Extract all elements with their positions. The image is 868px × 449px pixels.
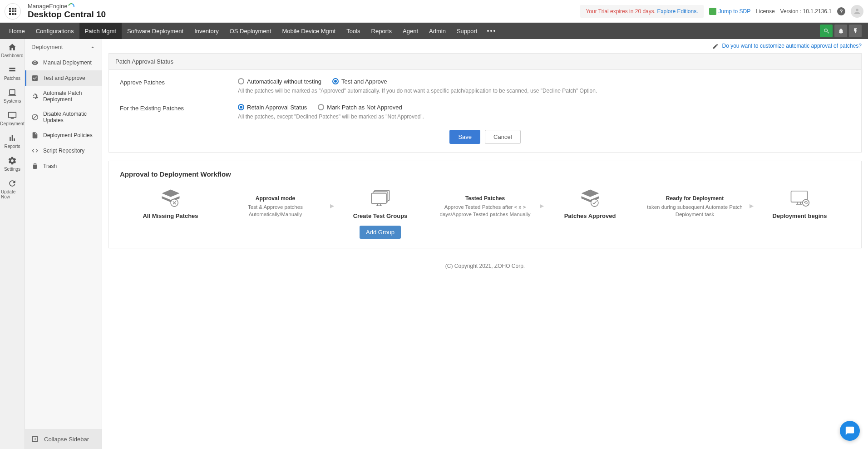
chat-icon [845, 426, 855, 436]
rail-dashboard[interactable]: Dashboard [0, 39, 25, 62]
radio-icon [318, 104, 324, 110]
rail-settings[interactable]: Settings [0, 153, 25, 175]
apps-launcher-icon[interactable] [5, 3, 21, 20]
chat-bubble-button[interactable] [840, 421, 860, 441]
rail-patches[interactable]: Patches [0, 62, 25, 84]
workflow-panel: Approval to Deployment Workflow All Miss… [108, 161, 862, 248]
sidebar-item-label: Trash [43, 163, 57, 169]
left-rail: Dashboard Patches Systems Deployment Rep… [0, 39, 25, 449]
workflow-between-text: Approve Tested Patches after < x > days/… [434, 203, 536, 218]
more-menu-icon[interactable] [483, 30, 500, 32]
sidebar-section-label: Deployment [31, 44, 63, 50]
topnav-item-support[interactable]: Support [451, 23, 483, 39]
app-header: ManageEngine Desktop Central 10 Your Tri… [0, 0, 868, 23]
customize-approval-link[interactable]: Do you want to customize automatic appro… [722, 43, 862, 49]
check-square-icon [31, 74, 39, 82]
radio-auto-without-testing[interactable]: Automatically without testing [238, 78, 321, 85]
search-button[interactable] [820, 25, 833, 37]
rail-update-now[interactable]: Update Now [0, 175, 25, 203]
collapse-sidebar-button[interactable]: Collapse Sidebar [25, 429, 102, 449]
topnav-item-home[interactable]: Home [4, 23, 30, 39]
brand-top: ManageEngine [28, 3, 67, 10]
workflow-between-text: taken during subsequent Automate Patch D… [644, 203, 745, 218]
sidebar-item-label: Script Repository [43, 148, 84, 154]
topnav-item-tools[interactable]: Tools [341, 23, 365, 39]
collapse-sidebar-label: Collapse Sidebar [44, 436, 89, 443]
sidebar-item-deployment-policies[interactable]: Deployment Policies [25, 128, 102, 143]
topnav-item-os-deployment[interactable]: OS Deployment [224, 23, 277, 39]
radio-icon [238, 104, 244, 110]
sidebar-item-manual-deployment[interactable]: Manual Deployment [25, 55, 102, 70]
chevron-up-icon [90, 44, 95, 50]
gear-icon [31, 93, 39, 100]
jump-to-sdp-link[interactable]: Jump to SDP [709, 8, 751, 15]
workflow-step-approved: Patches Approved [539, 187, 641, 219]
disable-icon [31, 113, 39, 121]
radio-mark-not-approved[interactable]: Mark Patch as Not Approved [318, 104, 402, 111]
sidebar-item-trash[interactable]: Trash [25, 158, 102, 174]
add-group-button[interactable]: Add Group [360, 226, 401, 239]
rail-deployment[interactable]: Deployment [0, 107, 25, 130]
radio-retain-status[interactable]: Retain Approval Status [238, 104, 307, 111]
existing-help-text: All the patches, except "Declined Patche… [238, 113, 850, 120]
approve-patches-label: Approve Patches [120, 78, 238, 94]
user-avatar[interactable] [851, 5, 863, 18]
radio-icon [332, 78, 339, 84]
arrow-right-icon: ▸ [540, 201, 544, 211]
monitors-icon [367, 187, 394, 210]
quick-action-button[interactable] [849, 25, 862, 37]
topnav-item-software-deployment[interactable]: Software Deployment [122, 23, 189, 39]
sidebar-item-disable-updates[interactable]: Disable Automatic Updates [25, 107, 102, 128]
sdp-icon [709, 8, 716, 15]
workflow-step-label: Create Test Groups [353, 212, 408, 219]
radio-test-and-approve[interactable]: Test and Approve [332, 78, 387, 85]
workflow-arrow-3: Ready for Deployment taken during subseq… [641, 187, 749, 218]
trial-text: Your Trial expires in 20 days. [586, 8, 656, 15]
sidebar-item-label: Automate Patch Deployment [43, 90, 95, 103]
sidebar-item-label: Disable Automatic Updates [43, 111, 95, 123]
workflow-between-title: Ready for Deployment [666, 195, 724, 202]
sidebar-item-label: Manual Deployment [43, 59, 92, 66]
jump-sdp-label: Jump to SDP [719, 8, 751, 15]
topnav-item-patch-mgmt[interactable]: Patch Mgmt [79, 23, 122, 39]
radio-icon [238, 78, 244, 84]
workflow-step-test-groups: Create Test Groups Add Group [330, 187, 431, 239]
sidebar-item-automate-patch[interactable]: Automate Patch Deployment [25, 86, 102, 107]
workflow-arrow-2: Tested Patches Approve Tested Patches af… [431, 187, 539, 218]
stack-check-icon [577, 187, 604, 210]
sidebar-item-test-approve[interactable]: Test and Approve [25, 70, 102, 86]
save-button[interactable]: Save [449, 130, 480, 144]
sidebar-item-script-repository[interactable]: Script Repository [25, 143, 102, 158]
topnav-item-configurations[interactable]: Configurations [30, 23, 79, 39]
sidebar-section-header[interactable]: Deployment [25, 39, 102, 55]
main-content: Do you want to customize automatic appro… [102, 39, 868, 449]
topnav-item-reports[interactable]: Reports [366, 23, 398, 39]
trash-icon [31, 163, 39, 170]
workflow-arrow-1: Approval mode Test & Approve patches Aut… [221, 187, 330, 218]
approve-help-text: All the patches will be marked as "Appro… [238, 88, 850, 94]
explore-editions-link[interactable]: Explore Editions. [657, 8, 698, 15]
workflow-title: Approval to Deployment Workflow [120, 170, 850, 178]
customize-bar: Do you want to customize automatic appro… [102, 39, 868, 53]
workflow-between-title: Tested Patches [465, 195, 505, 202]
license-link[interactable]: License [756, 8, 774, 15]
radio-label: Automatically without testing [247, 78, 321, 85]
rail-reports[interactable]: Reports [0, 130, 25, 153]
radio-label: Retain Approval Status [247, 104, 307, 111]
version-text: Version : 10.1.2136.1 [780, 8, 832, 15]
sidebar-item-label: Test and Approve [43, 75, 85, 81]
edit-icon [712, 43, 719, 49]
topnav-item-inventory[interactable]: Inventory [189, 23, 224, 39]
patch-approval-panel: Patch Approval Status Approve Patches Au… [108, 53, 862, 153]
topnav-item-agent[interactable]: Agent [397, 23, 424, 39]
trial-notice: Your Trial expires in 20 days. Explore E… [580, 5, 703, 18]
eye-icon [31, 59, 39, 66]
help-icon[interactable]: ? [837, 7, 845, 15]
topnav-item-mobile-device-mgmt[interactable]: Mobile Device Mgmt [276, 23, 341, 39]
cancel-button[interactable]: Cancel [485, 130, 520, 144]
topnav-item-admin[interactable]: Admin [424, 23, 451, 39]
workflow-step-deployment: Deployment begins [749, 187, 850, 219]
arrow-right-icon: ▸ [750, 201, 754, 211]
rail-systems[interactable]: Systems [0, 84, 25, 107]
notifications-button[interactable] [834, 25, 847, 37]
